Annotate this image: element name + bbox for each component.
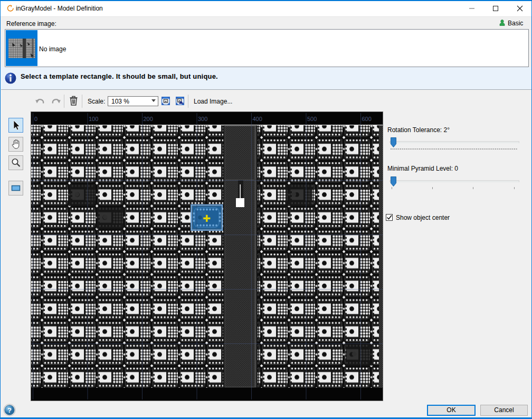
svg-text:100: 100 (89, 116, 98, 122)
svg-text:?: ? (7, 406, 12, 414)
svg-text:500: 500 (307, 116, 317, 122)
svg-text:300: 300 (198, 116, 207, 122)
svg-text:600: 600 (362, 116, 372, 122)
svg-text:200: 200 (144, 116, 153, 122)
svg-text:400: 400 (253, 116, 262, 122)
svg-text:0: 0 (34, 116, 37, 122)
